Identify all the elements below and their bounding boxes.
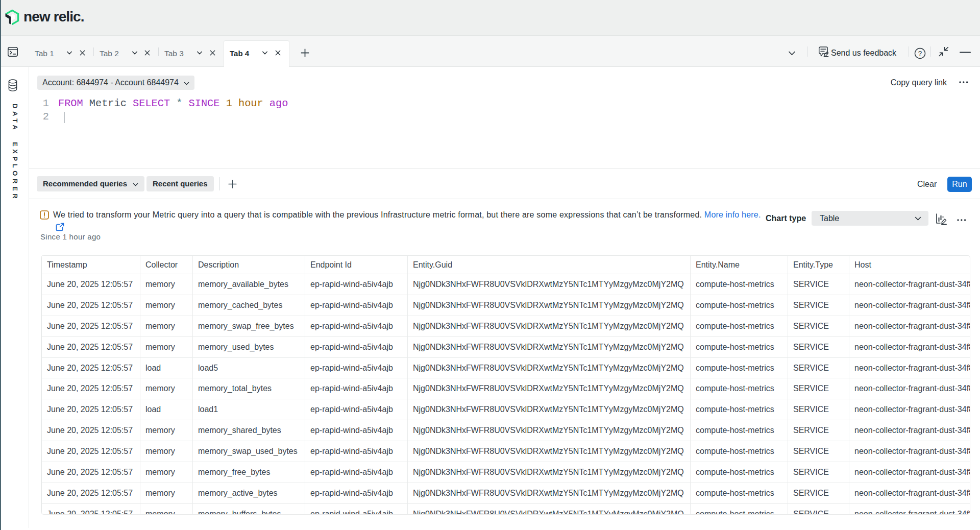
svg-text:?: ? bbox=[918, 50, 922, 57]
